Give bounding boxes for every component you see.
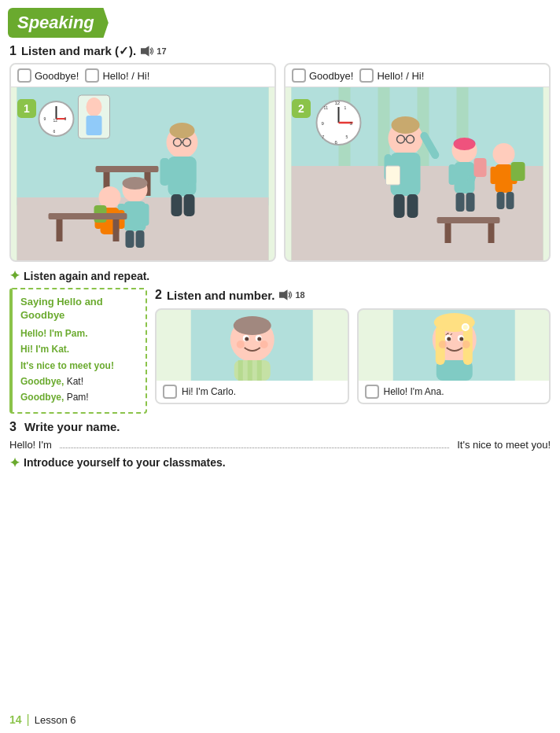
saying-hello-sidebar: Saying Hello andGoodbye Hello! I'm Pam. … <box>9 288 147 414</box>
section3-label: 3 Write your name. <box>9 420 551 434</box>
svg-rect-21 <box>187 158 197 186</box>
panel2-label2: Hello! / Hi! <box>377 70 424 82</box>
svg-rect-22 <box>171 194 182 216</box>
svg-rect-23 <box>184 194 195 216</box>
images-row: Goodbye! Hello! / Hi! 1 12 <box>9 63 551 262</box>
ana-label: Hello! I'm Ana. <box>384 386 444 397</box>
write-name-start: Hello! I'm <box>9 439 52 451</box>
write-name-line: Hello! I'm It's nice to meet you! <box>9 437 551 451</box>
ana-label-row: Hello! I'm Ana. <box>359 381 550 403</box>
svg-rect-42 <box>113 219 120 241</box>
panel1-top: Goodbye! Hello! / Hi! <box>11 64 274 87</box>
svg-text:6: 6 <box>53 129 56 134</box>
panel2-label1: Goodbye! <box>309 70 353 82</box>
sidebar-line-2: Hi! I'm Kat. <box>20 341 138 357</box>
footer-lesson: Lesson 6 <box>35 714 76 726</box>
sidebar-line-1: Hello! I'm Pam. <box>20 326 138 341</box>
svg-rect-66 <box>394 194 405 218</box>
svg-rect-15 <box>96 166 159 172</box>
sidebar-line-3: It's nice to meet you! <box>20 358 138 374</box>
section1-num: 1 <box>9 44 17 58</box>
svg-rect-14 <box>87 116 102 135</box>
svg-point-79 <box>454 138 476 150</box>
name-dotted-line[interactable] <box>60 437 449 448</box>
svg-point-102 <box>257 337 261 341</box>
svg-marker-91 <box>279 289 288 300</box>
introduce-section: ✦ Introduce yourself to your classmates. <box>9 455 551 470</box>
svg-point-81 <box>493 143 515 165</box>
sidebar-line-4: Goodbye, Kat! <box>20 374 138 389</box>
svg-point-115 <box>447 337 451 341</box>
svg-rect-85 <box>497 192 505 209</box>
section1-text: Listen and mark (✓). <box>21 44 136 58</box>
write-name-section: 3 Write your name. Hello! I'm It's nice … <box>9 420 551 451</box>
svg-rect-87 <box>511 162 525 181</box>
image-panel-2: Goodbye! Hello! / Hi! 2 <box>284 63 551 262</box>
carlo-checkbox[interactable] <box>163 385 177 399</box>
write-name-end: It's nice to meet you! <box>457 439 551 451</box>
sidebar-title: Saying Hello andGoodbye <box>20 296 138 322</box>
svg-rect-82 <box>496 164 513 193</box>
audio-icon-1[interactable]: 17 <box>141 46 166 57</box>
ana-img <box>359 310 550 381</box>
section3-text: Write your name. <box>24 420 120 433</box>
svg-point-34 <box>123 177 148 190</box>
svg-rect-41 <box>57 219 63 241</box>
svg-rect-78 <box>466 193 475 212</box>
sidebar-line-5: Goodbye, Pam! <box>20 389 138 405</box>
svg-marker-0 <box>141 46 149 57</box>
section3-num: 3 <box>9 420 17 433</box>
svg-text:3: 3 <box>64 116 67 121</box>
svg-rect-67 <box>407 194 418 218</box>
panel1-option2: Hello! / Hi! <box>85 68 149 83</box>
section2-num: 2 <box>155 288 162 302</box>
panel1-label1: Goodbye! <box>35 70 79 82</box>
svg-point-116 <box>459 337 463 341</box>
speaking-title: Speaking <box>17 13 94 32</box>
carlo-label-row: Hi! I'm Carlo. <box>157 381 348 403</box>
section2-label: 2 Listen and number. 18 <box>155 288 551 302</box>
svg-rect-40 <box>49 213 127 219</box>
svg-text:5: 5 <box>346 134 348 139</box>
panel2-option2: Hello! / Hi! <box>359 68 424 83</box>
svg-rect-96 <box>248 360 252 381</box>
svg-text:12: 12 <box>53 118 58 123</box>
section1-label: 1 Listen and mark (✓). 17 <box>9 44 551 58</box>
panel1-label2: Hello! / Hi! <box>102 70 149 82</box>
ana-checkbox[interactable] <box>365 385 379 399</box>
svg-text:12: 12 <box>335 101 341 105</box>
svg-rect-20 <box>160 158 170 186</box>
svg-text:11: 11 <box>324 105 329 110</box>
footer-page-num: 14 <box>9 713 22 726</box>
svg-point-13 <box>87 98 102 116</box>
panel2-checkbox1[interactable] <box>292 68 306 83</box>
svg-point-101 <box>245 337 249 341</box>
panel2-checkbox2[interactable] <box>359 68 374 83</box>
svg-rect-97 <box>257 360 262 381</box>
footer: 14 | Lesson 6 <box>9 713 76 727</box>
audio-num-1: 17 <box>157 46 166 56</box>
svg-rect-90 <box>488 223 495 243</box>
svg-point-112 <box>462 325 467 330</box>
svg-rect-33 <box>136 230 145 248</box>
panel1-checkbox2[interactable] <box>85 68 99 83</box>
speaking-header: Speaking <box>8 8 109 38</box>
section2-text: Listen and number. <box>167 289 275 302</box>
svg-point-120 <box>438 341 446 348</box>
panel2-top: Goodbye! Hello! / Hi! <box>286 64 549 87</box>
listen-again-text: Listen again and repeat. <box>24 270 149 282</box>
carlo-label: Hi! I'm Carlo. <box>182 386 236 397</box>
svg-rect-83 <box>491 167 497 184</box>
audio-icon-2[interactable]: 18 <box>279 289 304 300</box>
svg-rect-47 <box>378 87 390 166</box>
svg-point-98 <box>234 316 271 335</box>
svg-point-35 <box>99 186 121 208</box>
panel1-checkbox1[interactable] <box>17 68 31 83</box>
svg-point-68 <box>392 116 420 134</box>
svg-text:1: 1 <box>344 105 347 110</box>
svg-text:7: 7 <box>322 134 325 139</box>
svg-rect-86 <box>507 192 514 209</box>
svg-rect-89 <box>445 223 451 243</box>
svg-rect-88 <box>437 217 500 223</box>
star-icon-2: ✦ <box>9 455 20 470</box>
